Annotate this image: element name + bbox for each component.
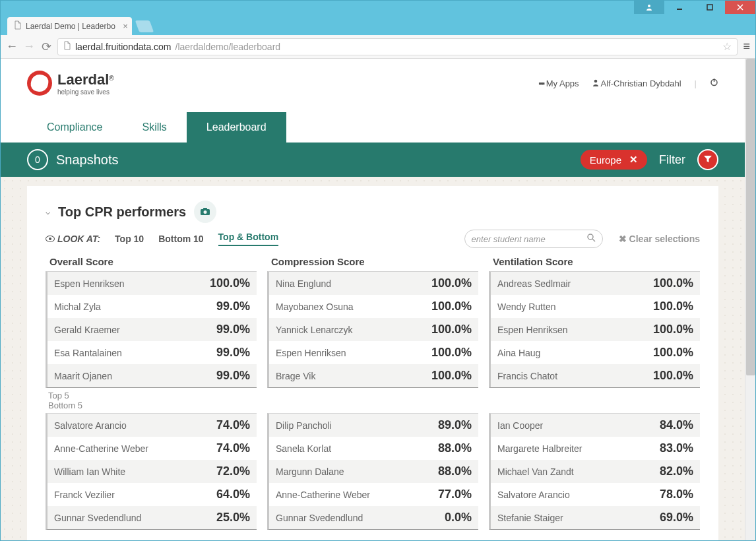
header-right: ▪▪▪ My Apps Alf-Christian Dybdahl | xyxy=(538,78,718,88)
score-value: 99.0% xyxy=(216,369,250,383)
snapshot-camera-button[interactable] xyxy=(194,201,216,223)
student-name: Margunn Dalane xyxy=(276,466,438,477)
scrollbar-thumb[interactable] xyxy=(746,59,755,375)
leaderboard-row[interactable]: Dilip Pancholi89.0% xyxy=(269,414,478,437)
score-value: 100.0% xyxy=(653,300,693,313)
leaderboard-row[interactable]: Gerald Kraemer99.0% xyxy=(47,318,257,341)
snapshot-count[interactable]: 0 xyxy=(27,149,48,170)
page-content: Laerdal® helping save lives ▪▪▪ My Apps … xyxy=(1,59,745,540)
score-value: 100.0% xyxy=(653,346,693,360)
my-apps-link[interactable]: ▪▪▪ My Apps xyxy=(538,79,579,88)
student-name: Andreas Sedlmair xyxy=(497,278,653,289)
leaderboard-row[interactable]: William Ian White72.0% xyxy=(47,460,257,483)
leaderboard-row[interactable]: Stefanie Staiger69.0% xyxy=(491,506,700,529)
filter-button[interactable] xyxy=(697,149,718,170)
brand-tagline: helping save lives xyxy=(57,88,114,96)
leaderboard-row[interactable]: Anne-Catherine Weber77.0% xyxy=(269,483,478,506)
scrollbar-track[interactable] xyxy=(745,59,755,540)
lookat-label: LOOK AT: xyxy=(46,234,100,244)
leaderboard-row[interactable]: Espen Henriksen100.0% xyxy=(47,272,257,295)
score-value: 100.0% xyxy=(431,346,472,360)
grid-icon: ▪▪▪ xyxy=(538,79,544,88)
student-name: Espen Henriksen xyxy=(54,278,210,289)
tab-leaderboard[interactable]: Leaderboard xyxy=(187,112,286,143)
leaderboard-row[interactable]: Michal Zyla99.0% xyxy=(47,295,257,318)
look-tab-topbottom[interactable]: Top & Bottom xyxy=(218,232,279,246)
address-input[interactable]: laerdal.fruitiondata.com/laerdaldemo/lea… xyxy=(57,38,738,55)
snapshot-bar: 0 Snapshots Europe ✕ Filter xyxy=(1,143,745,177)
leaderboard-row[interactable]: Gunnar Svedendlund0.0% xyxy=(269,506,478,529)
column-title: Ventilation Score xyxy=(489,256,700,267)
window-user-icon[interactable] xyxy=(634,1,664,14)
chrome-tab-strip: Laerdal Demo | Leaderbo × xyxy=(1,15,755,35)
score-value: 72.0% xyxy=(216,464,250,478)
student-name: Dilip Pancholi xyxy=(276,420,438,431)
leaderboard-row[interactable]: Francis Chatot100.0% xyxy=(491,364,700,387)
leaderboard-row[interactable]: Anne-Catherine Weber74.0% xyxy=(47,437,257,460)
leaderboard-row[interactable]: Andreas Sedlmair100.0% xyxy=(491,272,700,295)
page-header: Laerdal® helping save lives ▪▪▪ My Apps … xyxy=(1,59,745,96)
close-icon: ✖ xyxy=(619,234,627,244)
bookmark-star-icon[interactable]: ☆ xyxy=(722,40,732,53)
leaderboard-row[interactable]: Margunn Dalane88.0% xyxy=(269,460,478,483)
chip-remove-icon[interactable]: ✕ xyxy=(629,154,638,166)
leaderboard-row[interactable]: Michael Van Zandt82.0% xyxy=(491,460,700,483)
eye-icon xyxy=(46,236,55,242)
window-close-button[interactable] xyxy=(725,1,755,14)
file-icon xyxy=(63,41,71,52)
brand-logo[interactable]: Laerdal® helping save lives xyxy=(27,71,114,96)
tab-close-icon[interactable]: × xyxy=(123,21,128,31)
window-minimize-button[interactable] xyxy=(664,1,695,14)
leaderboard-row[interactable]: Aina Haug100.0% xyxy=(491,341,700,364)
score-value: 88.0% xyxy=(438,464,472,478)
leaderboard-row[interactable]: Brage Vik100.0% xyxy=(269,364,478,387)
leaderboard-row[interactable]: Espen Henriksen100.0% xyxy=(269,341,478,364)
student-name: Aina Haug xyxy=(497,348,653,358)
leaderboard-row[interactable]: Maarit Ojanen99.0% xyxy=(47,364,257,387)
chrome-menu-icon[interactable]: ≡ xyxy=(743,40,750,53)
leaderboard-row[interactable]: Yannick Lenarczyk100.0% xyxy=(269,318,478,341)
tab-skills[interactable]: Skills xyxy=(122,112,186,143)
look-tab-bottom10[interactable]: Bottom 10 xyxy=(158,234,203,244)
score-value: 82.0% xyxy=(660,464,693,478)
leaderboard-row[interactable]: Ian Cooper84.0% xyxy=(491,414,700,437)
leaderboard-row[interactable]: Wendy Rutten100.0% xyxy=(491,295,700,318)
student-name: Margarete Halbreiter xyxy=(497,443,660,454)
tab-title: Laerdal Demo | Leaderbo xyxy=(26,22,115,31)
leaderboard-row[interactable]: Sanela Korlat88.0% xyxy=(269,437,478,460)
score-value: 88.0% xyxy=(438,441,472,455)
leaderboard-row[interactable]: Mayobanex Osuna100.0% xyxy=(269,295,478,318)
user-icon xyxy=(592,79,601,88)
leaderboard-row[interactable]: Gunnar Svedendlund25.0% xyxy=(47,506,257,529)
search-input[interactable]: enter student name xyxy=(464,230,603,248)
reload-button[interactable]: ⟳ xyxy=(40,40,52,54)
user-menu[interactable]: Alf-Christian Dybdahl xyxy=(592,79,681,88)
student-name: Gunnar Svedendlund xyxy=(54,513,216,523)
back-button[interactable]: ← xyxy=(6,40,18,53)
leaderboard-row[interactable]: Salvatore Arancio78.0% xyxy=(491,483,700,506)
score-value: 100.0% xyxy=(431,300,472,313)
power-icon[interactable] xyxy=(710,78,718,88)
chrome-tab[interactable]: Laerdal Demo | Leaderbo × xyxy=(7,17,132,35)
new-tab-button[interactable] xyxy=(135,20,154,32)
leaderboard-row[interactable]: Franck Vezilier64.0% xyxy=(47,483,257,506)
filter-chip-europe[interactable]: Europe ✕ xyxy=(581,150,647,170)
leaderboard-row[interactable]: Margarete Halbreiter83.0% xyxy=(491,437,700,460)
collapse-chevron-icon[interactable]: ⌵ xyxy=(46,207,50,216)
leaderboard-row[interactable]: Nina Englund100.0% xyxy=(269,272,478,295)
leaderboard-row[interactable]: Salvatore Arancio74.0% xyxy=(47,414,257,437)
score-value: 78.0% xyxy=(660,488,693,501)
bottom-group: Ian Cooper84.0%Margarete Halbreiter83.0%… xyxy=(489,413,700,530)
svg-point-0 xyxy=(648,5,650,7)
score-value: 77.0% xyxy=(438,488,472,501)
student-name: Gunnar Svedendlund xyxy=(276,513,445,523)
window-maximize-button[interactable] xyxy=(695,1,725,14)
brand-name: Laerdal xyxy=(57,71,109,88)
clear-selections-button[interactable]: ✖ Clear selections xyxy=(619,234,700,244)
leaderboard-row[interactable]: Esa Rantalainen99.0% xyxy=(47,341,257,364)
tab-compliance[interactable]: Compliance xyxy=(27,112,122,143)
score-column: Compression ScoreNina Englund100.0%Mayob… xyxy=(267,256,478,530)
leaderboard-row[interactable]: Espen Henriksen100.0% xyxy=(491,318,700,341)
student-name: Espen Henriksen xyxy=(276,348,431,358)
look-tab-top10[interactable]: Top 10 xyxy=(115,234,144,244)
